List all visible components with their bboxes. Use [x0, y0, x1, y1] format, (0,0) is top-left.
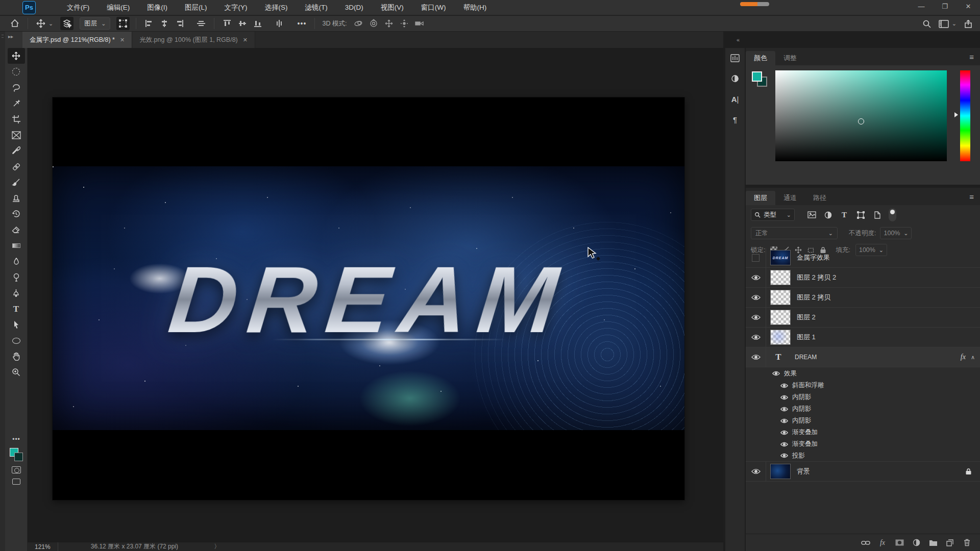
- menu-item-image[interactable]: 图像(I): [138, 0, 176, 15]
- share-image-button[interactable]: [964, 19, 973, 29]
- blend-mode-dropdown[interactable]: 正常 ⌄: [751, 227, 838, 239]
- layer-name[interactable]: 图层 1: [797, 333, 816, 342]
- layer-row[interactable]: 图层 2: [746, 308, 980, 328]
- shape-tool[interactable]: [8, 333, 25, 348]
- photoshop-logo-icon[interactable]: Ps: [22, 1, 36, 14]
- panel-menu-icon[interactable]: ≡: [969, 53, 974, 61]
- workspace-switcher-button[interactable]: ⌄: [939, 20, 957, 28]
- layer-name[interactable]: 金属字效果: [797, 253, 830, 262]
- layer-row-dream-text[interactable]: T DREAM fx ∧: [746, 347, 980, 367]
- menu-item-layer[interactable]: 图层(L): [176, 0, 216, 15]
- effect-row-bevel-emboss[interactable]: 斜面和浮雕: [746, 380, 980, 391]
- new-adjustment-layer-icon[interactable]: [911, 539, 921, 546]
- dodge-tool[interactable]: [8, 269, 25, 285]
- saturation-brightness-field[interactable]: [775, 70, 947, 161]
- layer-thumbnail[interactable]: [770, 310, 791, 325]
- object-selection-tool[interactable]: [8, 95, 25, 111]
- document-canvas[interactable]: DREAM: [53, 97, 684, 500]
- menu-item-help[interactable]: 帮助(H): [454, 0, 495, 15]
- hand-tool[interactable]: [8, 348, 25, 364]
- align-right-edges-button[interactable]: [173, 17, 186, 30]
- layer-name[interactable]: 背景: [797, 467, 810, 476]
- align-bottom-edges-button[interactable]: [251, 17, 264, 30]
- tab-channels[interactable]: 通道: [775, 191, 805, 205]
- visibility-toggle[interactable]: [746, 347, 766, 367]
- collapse-panels-button[interactable]: «: [737, 37, 740, 43]
- layer-thumbnail[interactable]: [770, 290, 791, 305]
- minimize-button[interactable]: —: [910, 0, 933, 15]
- layer-thumbnail[interactable]: [770, 464, 791, 479]
- quick-mask-button[interactable]: [12, 466, 21, 473]
- layer-name[interactable]: 图层 2: [797, 313, 816, 322]
- filter-smart-objects-icon[interactable]: [870, 209, 884, 221]
- auto-select-toggle[interactable]: [60, 17, 74, 30]
- dock-icon-paragraph-panel[interactable]: ¶: [725, 109, 745, 130]
- path-selection-tool[interactable]: [8, 317, 25, 333]
- close-button[interactable]: ✕: [957, 0, 980, 15]
- add-layer-mask-icon[interactable]: [894, 539, 904, 546]
- layer-row[interactable]: 图层 2 拷贝 2: [746, 268, 980, 288]
- effect-row-inner-shadow[interactable]: 内阴影: [746, 403, 980, 415]
- more-options-button[interactable]: •••: [295, 17, 308, 30]
- menu-item-type[interactable]: 文字(Y): [216, 0, 256, 15]
- 3d-pan-icon[interactable]: [382, 17, 396, 30]
- distribute-vertical-button[interactable]: [273, 17, 286, 30]
- link-layers-icon[interactable]: [861, 540, 871, 545]
- effect-row-gradient-overlay[interactable]: 渐变叠加: [746, 438, 980, 450]
- zoom-tool[interactable]: [8, 364, 25, 380]
- effect-row-gradient-overlay[interactable]: 渐变叠加: [746, 427, 980, 438]
- 3d-camera-icon[interactable]: [413, 17, 426, 30]
- layer-thumbnail[interactable]: [770, 330, 791, 345]
- marquee-tool[interactable]: [8, 64, 25, 80]
- layer-thumbnail[interactable]: [770, 270, 791, 285]
- color-picker-ring[interactable]: [858, 118, 864, 124]
- dock-icon-character-panel[interactable]: A|: [725, 89, 745, 109]
- layer-name[interactable]: 图层 2 拷贝 2: [797, 273, 836, 282]
- search-icon[interactable]: [922, 19, 932, 29]
- filter-type-layers-icon[interactable]: T: [838, 209, 851, 221]
- filter-shape-layers-icon[interactable]: [854, 209, 867, 221]
- menu-item-filter[interactable]: 滤镜(T): [297, 0, 336, 15]
- screen-mode-button[interactable]: [12, 479, 20, 485]
- move-tool-indicator-icon[interactable]: [34, 17, 47, 30]
- visibility-toggle[interactable]: [746, 268, 766, 287]
- layer-name[interactable]: 图层 2 拷贝: [797, 293, 830, 302]
- menu-item-view[interactable]: 视图(V): [372, 0, 412, 15]
- opacity-value-dropdown[interactable]: 100% ⌄: [880, 227, 912, 239]
- home-button[interactable]: [8, 17, 21, 30]
- layer-filter-type-dropdown[interactable]: 类型 ⌄: [751, 209, 795, 221]
- layer-row-metal-effect[interactable]: DREAM 金属字效果: [746, 248, 980, 268]
- tab-layers[interactable]: 图层: [746, 191, 775, 205]
- type-tool[interactable]: T: [8, 301, 25, 317]
- filter-pixel-layers-icon[interactable]: [805, 209, 818, 221]
- hue-slider[interactable]: [960, 70, 970, 161]
- delete-layer-icon[interactable]: [962, 539, 972, 546]
- align-top-edges-button[interactable]: [220, 17, 234, 30]
- menu-item-3d[interactable]: 3D(D): [336, 0, 372, 15]
- layer-row[interactable]: 图层 1: [746, 328, 980, 347]
- effect-row-drop-shadow[interactable]: 投影: [746, 450, 980, 462]
- layer-filter-toggle[interactable]: [889, 208, 896, 221]
- gradient-tool[interactable]: [8, 238, 25, 254]
- clone-stamp-tool[interactable]: [8, 190, 25, 206]
- new-group-icon[interactable]: [928, 539, 938, 546]
- 3d-roll-icon[interactable]: [367, 17, 380, 30]
- visibility-toggle[interactable]: [746, 248, 766, 267]
- tab-color[interactable]: 颜色: [746, 51, 775, 65]
- menu-item-window[interactable]: 窗口(W): [412, 0, 455, 15]
- visibility-toggle[interactable]: [746, 288, 766, 307]
- hue-slider-arrow[interactable]: [954, 112, 958, 117]
- layer-thumbnail[interactable]: DREAM: [770, 250, 791, 265]
- tab-paths[interactable]: 路径: [805, 191, 835, 205]
- dock-icon-libraries[interactable]: [725, 48, 745, 68]
- effects-header-row[interactable]: 效果: [746, 367, 980, 380]
- effect-row-inner-shadow[interactable]: 内阴影: [746, 415, 980, 427]
- close-tab-icon[interactable]: ✕: [243, 37, 248, 43]
- show-transform-controls-toggle[interactable]: [116, 17, 130, 30]
- lasso-tool[interactable]: [8, 80, 25, 95]
- move-tool[interactable]: [8, 48, 25, 64]
- effect-row-inner-shadow[interactable]: 内阴影: [746, 391, 980, 403]
- align-left-edges-button[interactable]: [142, 17, 156, 30]
- crop-tool[interactable]: [8, 111, 25, 127]
- visibility-toggle[interactable]: [746, 328, 766, 347]
